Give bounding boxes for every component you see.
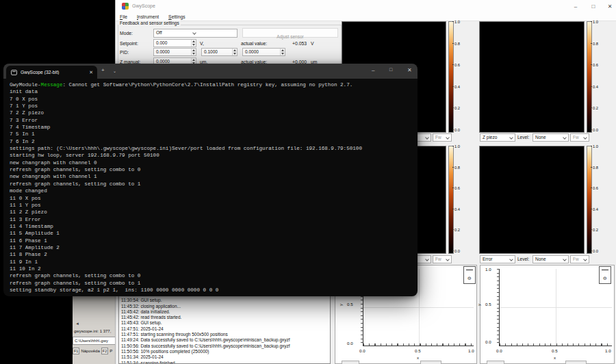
terminal-line: 7 4 Timestamp — [10, 124, 418, 131]
log-line: 11:30:54: GUI setup. — [121, 298, 330, 303]
level-select[interactable]: None — [532, 133, 569, 142]
terminal-tab[interactable]: GwyScope (32-bit) ✕ — [6, 66, 97, 79]
channel-select[interactable]: Z piezo — [480, 133, 515, 142]
spinner-arrows-icon[interactable] — [280, 49, 285, 55]
title-bar[interactable]: GwyScope – □ ✕ — [116, 0, 616, 12]
colorbar-tick: 0.4 — [454, 207, 465, 211]
colorbar-tick: 0.4 — [454, 85, 465, 89]
graph-channel-select[interactable] — [342, 361, 359, 364]
log-line: 11:51:34: scanning finished — [121, 361, 330, 364]
f2-key-label[interactable]: P — [110, 349, 112, 353]
direction-select[interactable]: Fw — [570, 133, 589, 142]
terminal-output[interactable]: GwyModule-Message: Cannot get Software\P… — [3, 79, 418, 296]
new-tab-button[interactable]: + — [101, 67, 105, 73]
tab-close-icon[interactable]: ✕ — [89, 70, 93, 75]
channel-select[interactable]: Error — [480, 255, 515, 263]
log-line: 11:49:24: Data successfully saved to C:\… — [121, 337, 330, 343]
spinner-arrows-icon[interactable] — [232, 49, 237, 55]
log-line: 11:45:32: closing application... — [121, 304, 330, 309]
level-select[interactable]: None — [532, 255, 569, 263]
colorbar-tick: 0.4 — [593, 207, 604, 211]
terminal-line: refresh graph channels, setting combo to… — [10, 166, 418, 173]
close-button[interactable]: ✕ — [603, 2, 616, 11]
terminal-line: GwyModule-Message: Cannot get Software\P… — [10, 81, 418, 88]
terminal-window: GwyScope (32-bit) ✕ + ⌄ – □ ✕ GwyModule-… — [3, 64, 418, 296]
pid-p-value: 0.0000 — [154, 49, 191, 55]
terminal-minimize-button[interactable]: – — [372, 67, 374, 73]
minimize-button[interactable]: – — [569, 2, 582, 11]
colorbar-scale: 1.00.80.60.40.20.0 — [454, 20, 465, 132]
colorbar — [587, 146, 592, 254]
terminal-line: 11 6 Phase 1 — [10, 237, 418, 244]
direction-select[interactable]: Fw — [433, 133, 452, 142]
terminal-close-button[interactable]: ✕ — [407, 67, 412, 73]
graph-legend[interactable]: ⊖ — [463, 266, 476, 284]
graph-direction-select[interactable] — [565, 361, 587, 364]
chevron-down-icon — [425, 135, 429, 140]
mode-value: Off — [156, 30, 162, 35]
graph-channel-select[interactable] — [487, 361, 504, 364]
terminal-line: starting hw loop, server 192.168.9.79 po… — [10, 152, 418, 159]
mode-select[interactable]: Off — [153, 29, 238, 38]
chevron-down-icon — [446, 135, 450, 140]
terminal-line: 11 5 Amplitude 1 — [10, 230, 418, 237]
spinner-arrows-icon[interactable] — [191, 49, 196, 55]
pid-d-spinner[interactable]: 0.0000 — [242, 48, 285, 56]
terminal-line: 7 6 In 2 — [10, 138, 418, 145]
colorbar-tick: 0.8 — [593, 42, 604, 46]
x-tick: 1.0 — [605, 348, 611, 353]
feedback-group-label: Feedback and sensor settings — [118, 21, 181, 25]
chevron-down-icon — [509, 257, 513, 261]
colorbar-tick: 1.0 — [593, 20, 604, 24]
terminal-title-bar[interactable]: GwyScope (32-bit) ✕ + ⌄ – □ ✕ — [3, 64, 418, 79]
setpoint-unit: V, — [200, 41, 204, 46]
pid-p-spinner[interactable]: 0.0000 — [153, 48, 196, 56]
spinner-arrows-icon[interactable] — [191, 40, 196, 47]
direction-select[interactable]: Fw — [433, 255, 452, 263]
terminal-line: init data — [10, 88, 418, 95]
terminal-line: 7 1 Y pos — [10, 103, 418, 109]
module-prefix: GwyModule- — [10, 82, 41, 88]
menu-item[interactable]: Settings — [168, 14, 185, 19]
direction-value: Fw — [573, 257, 579, 261]
menu-item[interactable]: Instrument — [137, 14, 159, 19]
y-tick: 0.5 — [485, 302, 491, 307]
gridline — [556, 269, 556, 346]
terminal-line: new changraph with channel 1 — [10, 173, 418, 180]
colorbar-tick: 1.0 — [593, 144, 604, 148]
direction-select[interactable]: Fw — [570, 255, 589, 263]
colorbar — [448, 21, 454, 133]
channel-value: Error — [483, 257, 492, 261]
level-label: Level: — [517, 135, 529, 140]
terminal-line: 11 10 In 2 — [10, 265, 418, 272]
terminal-maximize-button[interactable]: □ — [389, 67, 392, 72]
graph-legend[interactable]: ⊖ — [599, 266, 611, 284]
pid-d-value: 0.0000 — [243, 49, 280, 55]
chevron-down-icon — [192, 31, 196, 35]
f2-key-button[interactable]: F2 — [101, 348, 108, 354]
colorbar-tick: 1.0 — [454, 144, 465, 148]
log-panel[interactable]: 11:30:54: read threads started.11:30:54:… — [118, 290, 331, 364]
chevron-down-icon — [563, 135, 567, 140]
adjust-sensor-button[interactable]: Adjust sensor — [242, 28, 338, 38]
chevron-down-icon — [583, 257, 587, 261]
terminal-line: 7 3 Error — [10, 117, 418, 124]
f1-key-button[interactable]: F1 — [73, 348, 79, 354]
pid-i-spinner[interactable]: 0.1000 — [201, 48, 238, 56]
terminal-line: 11 3 Error — [10, 216, 418, 223]
f1-key-label[interactable]: Nápověda — [81, 349, 99, 353]
graph-direction-select[interactable] — [420, 361, 441, 364]
actual-value: +0.053 — [292, 41, 307, 46]
terminal-line: new changraph with channel 0 — [10, 159, 418, 166]
menu-item[interactable]: File — [120, 14, 127, 19]
log-line: 11:47:51: 2025-01-24 — [121, 326, 330, 332]
chevron-down-icon — [563, 257, 567, 261]
maximize-button[interactable]: □ — [587, 2, 600, 11]
y-axis-label: y — [338, 304, 343, 306]
log-line: 11:45:43: GUI setup. — [121, 320, 330, 326]
path-field[interactable]: C:\Users\hhh\.gwy — [73, 337, 118, 345]
setpoint-value: 0.000 — [154, 40, 191, 47]
setpoint-spinner[interactable]: 0.000 — [153, 39, 196, 47]
tab-dropdown-icon[interactable]: ⌄ — [113, 68, 116, 73]
terminal-line: setting standby storage, a2 1 p2 1, ins:… — [10, 287, 418, 294]
